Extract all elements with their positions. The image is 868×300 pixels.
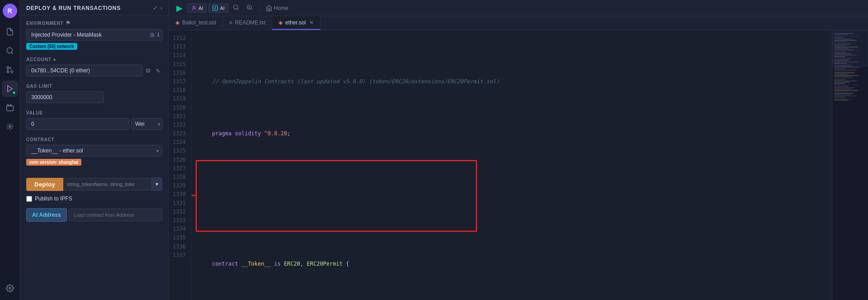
svg-line-1 [11,52,13,53]
tab-ether-sol[interactable]: ◈ ether.sol ✕ [272,16,321,30]
minimap-content [832,30,868,103]
publish-ipfs-checkbox[interactable] [26,196,32,202]
svg-line-12 [237,9,239,10]
minimap[interactable] [832,30,868,300]
value-section: VALUE Wei Gwei Finney Ether [20,106,169,133]
code-line-1317 [199,181,825,190]
unit-select[interactable]: Wei Gwei Finney Ether [131,118,162,130]
run-button[interactable]: ▶ [174,1,185,15]
home-btn[interactable]: Home [263,3,291,13]
at-address-row: At Address [20,208,169,228]
ai1-label: AI [198,5,203,11]
account-section: ACCOUNT ● 0x780...54CDE (0 ether) ⧉ ✎ [20,52,169,79]
publish-ipfs-label[interactable]: Publish to IPFS [35,195,72,202]
tab-ballot-test[interactable]: ◈ Ballot_test.sol [169,16,223,30]
code-line-1312 [199,51,825,60]
address-input[interactable] [69,209,162,221]
deploy-row: Deploy string_tokenName, string_toke ▾ [26,177,162,191]
icon-bar: R [0,0,20,300]
unit-wrapper: Wei Gwei Finney Ether [131,118,162,130]
sidebar-item-plugin[interactable] [2,100,18,116]
environment-label: ENVIRONMENT ⚑ [26,20,162,26]
at-address-button[interactable]: At Address [26,208,67,222]
toolbar-separator [259,4,259,13]
env-info-btn[interactable]: ℹ [156,31,160,39]
contract-select-wrapper: __Token__ - ether.sol [26,145,162,157]
ai1-icon [191,5,197,11]
svg-rect-6 [6,106,13,111]
deploy-chevron-btn[interactable]: ▾ [152,177,162,191]
sidebar-item-deploy[interactable] [2,81,18,97]
account-row: 0x780...54CDE (0 ether) ⧉ ✎ [26,65,162,76]
deploy-section: Deploy string_tokenName, string_toke ▾ P… [20,168,169,202]
gas-limit-section: GAS LIMIT [20,79,169,106]
gas-limit-label: GAS LIMIT [26,84,162,89]
svg-point-7 [9,126,11,128]
value-label: VALUE [26,110,162,115]
tab-bar: ◈ Ballot_test.sol ≡ README.txt ◈ ether.s… [169,16,868,30]
account-select[interactable]: 0x780...54CDE (0 ether) [26,65,142,76]
svg-point-9 [193,6,195,8]
tab-close-btn[interactable]: ✕ [309,19,314,26]
evm-badge: evm version: shanghai [26,159,81,166]
account-label: ACCOUNT ● [26,57,162,62]
chevron-right-icon[interactable]: › [160,5,162,11]
tab-readme-icon: ≡ [229,19,232,26]
account-info-icon: ● [53,57,57,62]
environment-select-wrapper: Injected Provider - MetaMask Remix VM (S… [26,29,162,41]
env-expand-btn[interactable]: ⊞ [149,31,156,39]
gas-limit-input[interactable] [26,91,104,103]
home-label: Home [274,5,288,11]
svg-point-0 [7,48,12,53]
editor-area: ▶ AI AI Home [169,0,868,300]
code-line-1316 [199,156,825,164]
tab-ether-label: ether.sol [285,19,306,26]
panel-header-icons: ✓ › [153,5,162,11]
value-input[interactable] [26,118,129,130]
deploy-button[interactable]: Deploy [26,178,63,191]
info-icon: ⚑ [66,20,71,26]
editor-toolbar: ▶ AI AI Home [169,0,868,16]
environment-select[interactable]: Injected Provider - MetaMask Remix VM (S… [26,29,162,41]
ai-badge-2[interactable]: AI [208,4,228,13]
svg-point-11 [234,5,238,9]
value-row: Wei Gwei Finney Ether [26,118,162,130]
svg-point-3 [7,67,9,69]
ai-badge-1[interactable]: AI [187,4,207,13]
publish-ipfs-row: Publish to IPFS [26,195,162,202]
code-line-1318 [199,208,825,216]
left-panel: DEPLOY & RUN TRANSACTIONS ✓ › ENVIRONMEN… [20,0,169,300]
zoom-btn[interactable] [244,2,255,14]
tab-readme-label: README.txt [235,19,265,26]
logo: R [3,4,17,18]
code-line-1320: contract __Token__ is ERC20, ERC20Permit… [199,260,825,268]
network-badge: Custom (56) network [26,43,77,50]
tab-ether-icon: ◈ [278,19,283,26]
search-toolbar-btn[interactable] [230,2,242,14]
deploy-params: string_tokenName, string_toke [63,178,152,190]
check-icon[interactable]: ✓ [153,5,158,11]
contract-section: CONTRACT __Token__ - ether.sol evm versi… [20,133,169,168]
copy-account-btn[interactable]: ⧉ [144,65,152,76]
sidebar-item-git[interactable] [2,62,18,78]
panel-header: DEPLOY & RUN TRANSACTIONS ✓ › [20,0,169,15]
svg-point-8 [9,287,11,290]
environment-section: ENVIRONMENT ⚑ Injected Provider - MetaMa… [20,15,169,52]
code-line-1319 [199,233,825,242]
sidebar-item-debug[interactable] [2,119,18,135]
contract-select[interactable]: __Token__ - ether.sol [26,145,162,157]
code-content[interactable]: // OpenZeppelin Contracts (last updated … [192,30,832,300]
svg-point-4 [7,71,9,73]
panel-title: DEPLOY & RUN TRANSACTIONS [26,5,121,11]
sidebar-item-search[interactable] [2,43,18,59]
sidebar-item-settings[interactable] [2,280,18,296]
code-line-1321 [199,286,825,294]
edit-account-btn[interactable]: ✎ [154,66,162,76]
environment-select-icons: ⊞ ℹ [149,31,160,39]
code-line-1315: pragma solidity ^0.8.20; [199,129,825,138]
sidebar-item-files[interactable] [2,24,18,40]
line-numbers: 1312 1313 1314 1315 1316 1317 1318 1319 … [169,30,192,300]
ai2-icon [212,5,218,11]
tab-readme[interactable]: ≡ README.txt [223,16,272,30]
tab-ballot-icon: ◈ [175,19,179,26]
